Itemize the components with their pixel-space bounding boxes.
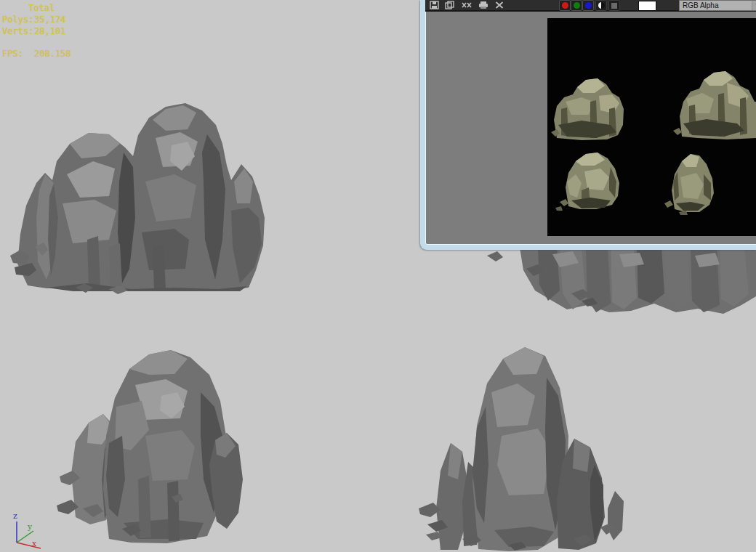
rock-cluster-partially-hidden[interactable] [487,243,756,314]
stats-polys-value: 35,174 [34,14,65,25]
axis-y-label: y [27,522,33,532]
blue-channel-button[interactable] [582,0,594,11]
stats-total-label: Total [28,2,55,14]
alpha-channel-icon [611,3,617,9]
channel-display-dropdown[interactable]: RGB Alpha ▼ [679,0,756,11]
rendered-image-area [547,18,756,236]
clone-window-icon[interactable] [462,1,472,9]
print-image-icon[interactable] [478,1,488,9]
rock-boulder-round[interactable] [57,350,243,543]
axis-gizmo: z y x [13,511,41,548]
rock-cluster-large[interactable] [10,103,265,294]
stats-polys-label: Polys: [2,14,34,25]
green-channel-button[interactable] [571,0,582,11]
alpha-channel-button[interactable] [608,0,620,11]
textured-rock-small-right [664,154,714,215]
textured-rock-cluster-right [673,71,756,139]
viewport-statistics: Total Polys: 35,174 Verts: 28,101 FPS: 2… [2,2,71,60]
green-channel-icon [574,2,580,9]
background-color-swatch[interactable] [638,1,656,11]
save-image-icon[interactable] [430,1,440,9]
monochrome-button[interactable] [595,0,607,11]
monochrome-icon [598,2,605,9]
rendered-frame-window[interactable]: RGB Alpha ▼ [420,0,756,250]
rendered-image [547,18,756,236]
blue-channel-icon [585,2,592,9]
axis-x-label: x [32,539,37,548]
axis-z-label: z [13,511,17,521]
rock-boulder-tall[interactable] [419,347,624,551]
red-channel-icon [562,2,568,9]
stats-fps-label: FPS: [2,48,34,60]
max-viewport[interactable]: z y x Total Polys: 35,174 Verts: 28,101 … [0,0,756,552]
chevron-down-icon: ▼ [752,1,756,10]
textured-rock-cluster-left [551,78,624,140]
clear-icon[interactable] [495,1,505,9]
rfw-toolbar: RGB Alpha ▼ [425,0,756,12]
textured-rock-small-left [555,153,619,211]
stats-verts-label: Verts: [2,25,34,37]
channel-display-value: RGB Alpha [683,1,752,10]
stats-verts-value: 28,101 [34,25,65,37]
red-channel-button[interactable] [559,0,571,11]
stats-fps-value: 208.158 [34,48,71,60]
copy-image-icon[interactable] [445,1,455,9]
